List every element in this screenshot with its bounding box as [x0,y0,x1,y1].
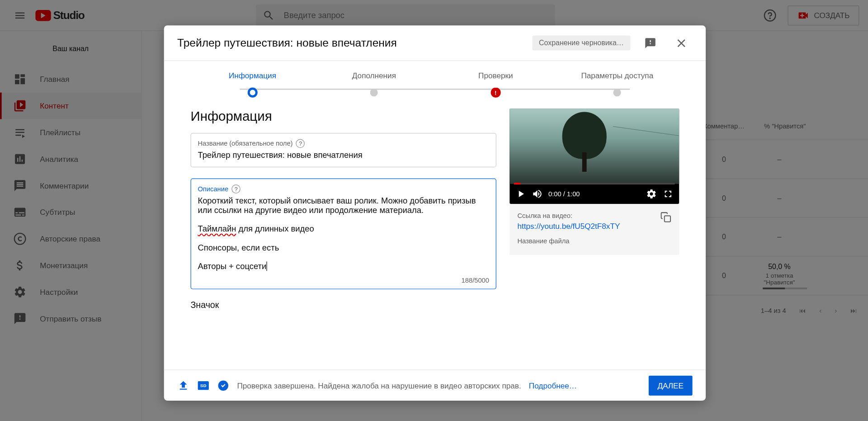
modal-footer: SD Проверка завершена. Найдена жалоба на… [164,369,706,401]
check-circle-icon [217,379,229,392]
check-complete-icon [217,379,229,392]
upload-modal: Трейлер путешествия: новые впечатления С… [164,25,706,401]
section-heading: Информация [191,109,496,124]
modal-header: Трейлер путешествия: новые впечатления С… [164,25,706,61]
footer-check-text: Проверка завершена. Найдена жалоба на на… [237,381,521,390]
copy-link-button[interactable] [660,212,672,225]
step-elements[interactable]: Дополнения [313,71,435,96]
video-time: 0:00 / 1:00 [548,190,580,198]
description-counter: 188/5000 [462,276,489,284]
title-field[interactable]: Название (обязательное поле) ? Трейлер п… [191,133,496,167]
video-info-panel: Ссылка на видео: https://youtu.be/fU5Q2t… [509,204,679,255]
thumbnail-heading: Значок [191,300,496,310]
feedback-icon [644,37,656,49]
step-visibility[interactable]: Параметры доступа [557,71,678,96]
sd-icon: SD [198,381,209,390]
saving-status-badge: Сохранение черновика… [532,35,630,50]
step-dot-active [247,88,257,98]
close-icon [675,36,688,49]
step-checks[interactable]: Проверки [435,71,557,98]
fullscreen-icon[interactable] [662,189,674,200]
upload-stepper: Информация Дополнения Проверки Параметры… [164,61,706,100]
video-link[interactable]: https://youtu.be/fU5Q2tF8xTY [517,222,620,231]
description-input[interactable]: Короткий текст, который описывает ваш ро… [198,196,489,271]
video-thumbnail[interactable] [509,109,679,184]
settings-icon[interactable] [646,189,657,200]
volume-icon[interactable] [532,189,543,200]
modal-feedback-button[interactable] [639,32,661,54]
svg-text:SD: SD [200,383,207,388]
description-field[interactable]: Описание ? Короткий текст, который описы… [191,179,496,289]
video-preview: 0:00 / 1:00 [509,109,679,204]
svg-rect-3 [665,216,670,222]
video-controls: 0:00 / 1:00 [509,184,679,204]
upload-icon [177,379,189,392]
step-dot [613,89,621,96]
step-details[interactable]: Информация [192,71,313,98]
title-input[interactable]: Трейлер путешествия: новые впечатления [198,150,489,161]
copy-icon [660,212,672,223]
modal-title: Трейлер путешествия: новые впечатления [177,37,524,49]
description-help-button[interactable]: ? [231,184,241,194]
upload-status-icon [177,379,189,392]
step-dot-error [491,88,500,98]
link-label: Ссылка на видео: [517,212,620,219]
video-progress-bar[interactable] [514,183,675,184]
filename-label: Название файла [517,237,671,245]
next-button[interactable]: ДАЛЕЕ [649,375,693,395]
title-field-label: Название (обязательное поле) [198,140,292,147]
title-help-button[interactable]: ? [296,139,305,148]
modal-close-button[interactable] [670,32,693,54]
sd-status-icon: SD [197,379,209,392]
play-icon[interactable] [515,189,527,200]
step-dot [370,89,378,96]
footer-more-link[interactable]: Подробнее… [529,381,577,390]
description-field-label: Описание [198,185,228,193]
